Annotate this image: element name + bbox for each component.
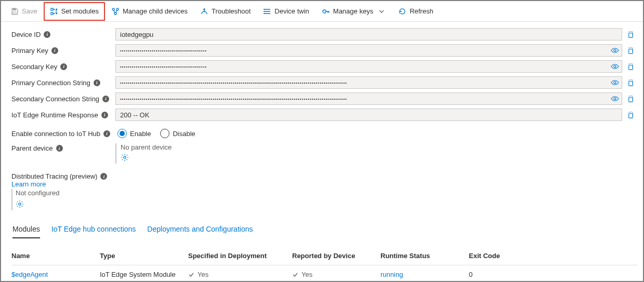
manage-keys-button[interactable]: Manage keys	[316, 2, 392, 21]
gear-icon[interactable]	[16, 200, 24, 208]
tab-strip: Modules IoT Edge hub connections Deploym…	[11, 222, 638, 238]
label-parent-device: Parent device	[11, 144, 53, 152]
tracing-value: Not configured	[16, 189, 60, 197]
info-icon[interactable]: i	[103, 130, 110, 137]
tab-hub-connections[interactable]: IoT Edge hub connections	[51, 222, 136, 238]
manage-keys-label: Manage keys	[333, 7, 373, 15]
save-label: Save	[22, 7, 37, 15]
manage-child-label: Manage child devices	[123, 7, 188, 15]
row-secondary-conn: Secondary Connection String i ••••••••••…	[11, 91, 638, 106]
info-icon[interactable]: i	[102, 96, 109, 102]
runtime-resp-field[interactable]: 200 -- OK	[115, 109, 622, 121]
set-modules-icon	[50, 7, 58, 16]
set-modules-label: Set modules	[61, 7, 99, 15]
reveal-icon[interactable]	[611, 95, 619, 103]
label-primary-conn: Primary Connection String	[11, 79, 90, 87]
device-twin-label: Device twin	[274, 7, 309, 15]
col-spec: Specified in Deployment	[188, 252, 292, 260]
radio-enable[interactable]: Enable	[117, 129, 151, 138]
copy-icon[interactable]	[626, 63, 634, 71]
info-icon[interactable]: i	[44, 31, 50, 38]
child-devices-icon	[111, 7, 120, 16]
device-twin-icon	[263, 7, 271, 16]
info-icon[interactable]: i	[51, 47, 58, 54]
col-exit: Exit Code	[469, 252, 531, 260]
save-icon	[10, 7, 19, 16]
label-primary-key: Primary Key	[11, 47, 48, 55]
copy-icon[interactable]	[626, 31, 634, 38]
info-icon[interactable]: i	[101, 112, 108, 118]
radio-disable[interactable]: Disable	[160, 129, 195, 138]
row-distributed-tracing: Distributed Tracing (preview) i Learn mo…	[11, 172, 638, 210]
device-detail-content: Device ID i iotedgegpu Primary Key i •••…	[1, 22, 643, 282]
col-name: Name	[11, 252, 100, 260]
keys-icon	[322, 7, 330, 16]
refresh-label: Refresh	[410, 7, 433, 15]
info-icon[interactable]: i	[60, 63, 67, 70]
exit-code: 0	[469, 271, 531, 278]
table-header: Name Type Specified in Deployment Report…	[11, 250, 638, 265]
radio-disable-label: Disable	[173, 130, 195, 138]
copy-icon[interactable]	[626, 95, 634, 103]
module-type: IoT Edge System Module	[100, 271, 188, 278]
copy-icon[interactable]	[626, 111, 634, 119]
primary-key-field[interactable]: ••••••••••••••••••••••••••••••••••••••••…	[115, 44, 622, 57]
row-primary-key: Primary Key i ••••••••••••••••••••••••••…	[11, 43, 638, 58]
specified-value: Yes	[188, 271, 292, 278]
col-run: Runtime Status	[380, 252, 469, 260]
primary-conn-field[interactable]: ••••••••••••••••••••••••••••••••••••••••…	[115, 76, 622, 89]
modules-table: Name Type Specified in Deployment Report…	[11, 250, 638, 282]
reported-value: Yes	[292, 271, 380, 278]
label-device-id: Device ID	[11, 31, 41, 38]
reveal-icon[interactable]	[611, 78, 619, 87]
device-id-field[interactable]: iotedgegpu	[115, 28, 622, 41]
module-name-link[interactable]: $edgeAgent	[11, 271, 48, 278]
command-bar: Save Set modules Manage child devices Tr…	[1, 1, 643, 22]
copy-icon[interactable]	[626, 47, 634, 55]
label-enable-conn: Enable connection to IoT Hub	[11, 130, 100, 138]
manage-child-devices-button[interactable]: Manage child devices	[105, 2, 194, 21]
troubleshoot-icon	[200, 7, 208, 16]
device-twin-button[interactable]: Device twin	[257, 2, 315, 21]
save-button: Save	[4, 2, 44, 21]
tab-modules[interactable]: Modules	[12, 222, 40, 238]
set-modules-button[interactable]: Set modules	[44, 2, 105, 21]
chevron-down-icon	[377, 7, 386, 16]
label-secondary-key: Secondary Key	[11, 63, 57, 71]
tab-deployments[interactable]: Deployments and Configurations	[147, 222, 253, 238]
label-tracing: Distributed Tracing (preview)	[11, 172, 97, 180]
label-runtime-resp: IoT Edge Runtime Response	[11, 111, 98, 119]
table-row: $edgeAgentIoT Edge System ModuleYesYesru…	[11, 265, 638, 282]
troubleshoot-label: Troubleshoot	[212, 7, 251, 15]
info-icon[interactable]: i	[100, 173, 107, 180]
secondary-conn-field[interactable]: ••••••••••••••••••••••••••••••••••••••••…	[115, 92, 622, 105]
secondary-key-field[interactable]: ••••••••••••••••••••••••••••••••••••••••…	[115, 60, 622, 73]
row-runtime-response: IoT Edge Runtime Response i 200 -- OK	[11, 107, 638, 123]
col-type: Type	[100, 252, 188, 260]
row-device-id: Device ID i iotedgegpu	[11, 26, 638, 42]
radio-enable-label: Enable	[130, 130, 151, 138]
row-primary-conn: Primary Connection String i ••••••••••••…	[11, 75, 638, 90]
refresh-icon	[398, 7, 406, 16]
reveal-icon[interactable]	[611, 46, 619, 55]
row-parent-device: Parent device i No parent device	[11, 143, 638, 164]
info-icon[interactable]: i	[94, 79, 100, 86]
runtime-status-link[interactable]: running	[380, 271, 403, 278]
col-rep: Reported by Device	[292, 252, 380, 260]
parent-device-value: No parent device	[121, 143, 172, 151]
row-enable-connection: Enable connection to IoT Hub i Enable Di…	[11, 126, 638, 141]
reveal-icon[interactable]	[611, 62, 619, 71]
gear-icon[interactable]	[121, 153, 129, 162]
label-secondary-conn: Secondary Connection String	[11, 95, 99, 103]
copy-icon[interactable]	[626, 79, 634, 87]
info-icon[interactable]: i	[56, 145, 63, 152]
row-secondary-key: Secondary Key i ••••••••••••••••••••••••…	[11, 59, 638, 74]
troubleshoot-button[interactable]: Troubleshoot	[194, 2, 257, 21]
refresh-button[interactable]: Refresh	[392, 2, 440, 21]
learn-more-link[interactable]: Learn more	[11, 180, 638, 188]
